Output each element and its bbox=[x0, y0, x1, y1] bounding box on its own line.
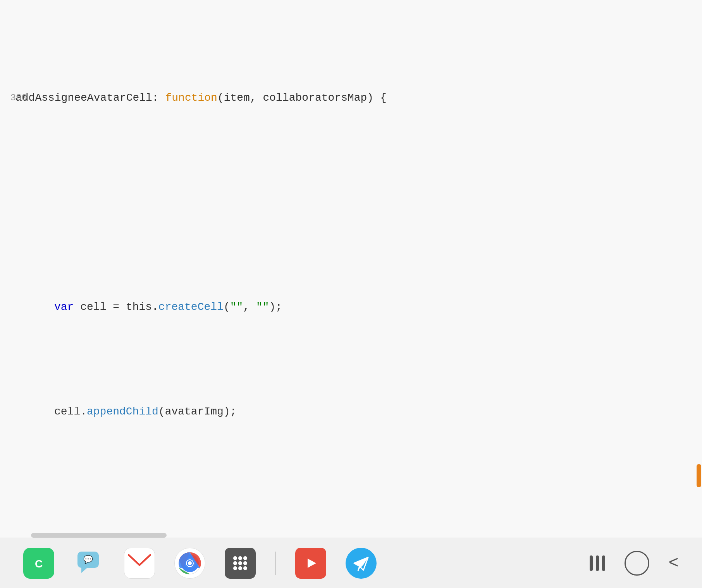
nav-left: C 💬 bbox=[23, 548, 377, 579]
svg-point-27 bbox=[238, 566, 242, 570]
nav-bar: C 💬 bbox=[0, 538, 702, 588]
messages-icon[interactable]: 💬 bbox=[74, 548, 105, 579]
horizontal-scrollbar[interactable] bbox=[31, 533, 167, 538]
svg-point-22 bbox=[243, 556, 247, 560]
home-button[interactable] bbox=[625, 551, 649, 576]
bar-3 bbox=[602, 555, 605, 571]
code-area[interactable]: 380 addAssigneeAvatarCell: function(item… bbox=[0, 0, 702, 538]
nav-system: < bbox=[590, 551, 679, 576]
code-line-blank2 bbox=[15, 506, 702, 527]
svg-text:C: C bbox=[35, 558, 43, 570]
grid-icon[interactable] bbox=[225, 548, 256, 579]
svg-point-25 bbox=[243, 561, 247, 565]
svg-point-19 bbox=[188, 561, 192, 565]
bar-2 bbox=[596, 555, 599, 571]
telegram-icon[interactable] bbox=[346, 548, 377, 579]
bar-1 bbox=[590, 555, 593, 571]
gmail-icon[interactable] bbox=[124, 548, 155, 579]
svg-point-21 bbox=[238, 556, 242, 560]
svg-point-24 bbox=[238, 561, 242, 565]
svg-marker-6 bbox=[81, 568, 87, 573]
svg-point-23 bbox=[233, 561, 237, 565]
nav-separator bbox=[275, 552, 276, 575]
chrome-icon[interactable] bbox=[174, 548, 205, 579]
line-number: 380 bbox=[4, 88, 27, 108]
contacts-icon[interactable]: C bbox=[23, 548, 54, 579]
youtube-icon[interactable] bbox=[295, 548, 326, 579]
svg-point-26 bbox=[233, 566, 237, 570]
code-line-cell: var cell = this.createCell("", ""); bbox=[15, 297, 702, 318]
svg-point-20 bbox=[233, 556, 237, 560]
menu-button[interactable] bbox=[590, 555, 605, 571]
vertical-scrollbar[interactable] bbox=[696, 0, 702, 538]
code-content: 380 addAssigneeAvatarCell: function(item… bbox=[0, 0, 702, 538]
code-line-380: 380 addAssigneeAvatarCell: function(item… bbox=[15, 88, 702, 108]
svg-point-28 bbox=[243, 566, 247, 570]
svg-text:💬: 💬 bbox=[83, 555, 93, 564]
code-line-blank1 bbox=[15, 192, 702, 213]
code-editor: 380 addAssigneeAvatarCell: function(item… bbox=[0, 0, 702, 538]
code-line-append: cell.appendChild(avatarImg); bbox=[15, 401, 702, 422]
scrollbar-thumb[interactable] bbox=[697, 464, 701, 487]
back-button[interactable]: < bbox=[669, 554, 679, 573]
